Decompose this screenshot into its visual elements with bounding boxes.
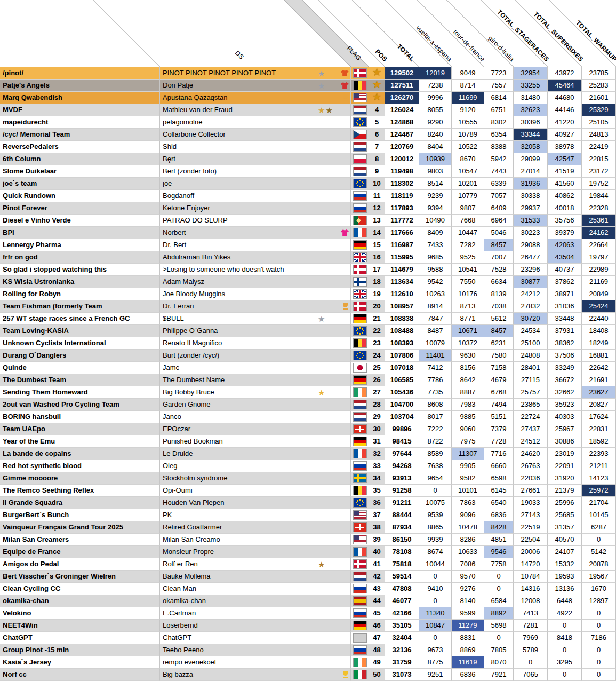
ds-name-cell[interactable]: Punished Bookman	[160, 435, 316, 448]
team-name-cell[interactable]: 257 WT stage races since a French GC	[0, 313, 160, 325]
score-cell-supersixes[interactable]: 40018	[548, 202, 582, 215]
score-cell-warmup[interactable]: 20827	[582, 399, 616, 411]
total-cell[interactable]: 116987	[385, 239, 419, 251]
ds-name-cell[interactable]: Big Bobby Bruce	[160, 386, 316, 399]
total-cell[interactable]: 107018	[385, 362, 419, 374]
ds-name-cell[interactable]: Milan San Creamo	[160, 534, 316, 546]
pos-cell[interactable]: 13	[369, 215, 385, 227]
team-name-cell[interactable]: BORING hansbull	[0, 411, 160, 423]
score-cell-vuelta[interactable]: 7735	[419, 386, 452, 399]
awards-cell[interactable]	[316, 251, 351, 264]
ds-name-cell[interactable]: Apustana Qazaqstan	[160, 92, 316, 104]
team-name-cell[interactable]: frfr on god	[0, 251, 160, 264]
total-cell[interactable]: 127511	[385, 80, 419, 92]
pos-cell[interactable]: 43	[369, 583, 385, 595]
score-cell-supersixes[interactable]: 24107	[548, 546, 582, 558]
score-cell-giro[interactable]: 7921	[484, 669, 514, 681]
score-cell-supersixes[interactable]: 44680	[548, 92, 582, 104]
score-cell-supersixes[interactable]: 33448	[548, 313, 582, 325]
score-cell-tour[interactable]: 9049	[452, 67, 484, 80]
score-cell-giro[interactable]: 7758	[484, 558, 514, 571]
team-name-cell[interactable]: Diesel e Vinho Verde	[0, 215, 160, 227]
flag-cell[interactable]	[351, 521, 369, 534]
score-cell-warmup[interactable]: 22393	[582, 448, 616, 460]
score-cell-warmup[interactable]: 22815	[582, 153, 616, 165]
score-cell-stageraces[interactable]: 29937	[514, 202, 548, 215]
pos-cell[interactable]: 8	[369, 153, 385, 165]
score-cell-supersixes[interactable]: 43504	[548, 251, 582, 264]
flag-cell[interactable]	[351, 374, 369, 386]
score-cell-giro[interactable]: 5698	[484, 620, 514, 632]
ds-name-cell[interactable]: Big bazza	[160, 669, 316, 681]
ds-name-cell[interactable]: pelagomolne	[160, 116, 316, 129]
total-cell[interactable]: 115995	[385, 251, 419, 264]
awards-cell[interactable]	[316, 165, 351, 178]
score-cell-warmup[interactable]: 25424	[582, 300, 616, 313]
awards-cell[interactable]	[316, 239, 351, 251]
score-cell-giro[interactable]: 7007	[484, 251, 514, 264]
ds-name-cell[interactable]: Bogdanoff	[160, 190, 316, 202]
score-cell-vuelta[interactable]: 11401	[419, 350, 452, 362]
ds-name-cell[interactable]: PINOT PINOT PINOT PINOT PINOT	[160, 67, 316, 80]
score-cell-tour[interactable]: 11279	[452, 620, 484, 632]
score-cell-vuelta[interactable]: 9539	[419, 509, 452, 521]
score-cell-vuelta[interactable]: 0	[419, 595, 452, 607]
score-cell-vuelta[interactable]: 7222	[419, 423, 452, 435]
flag-cell[interactable]	[351, 92, 369, 104]
team-name-cell[interactable]: mapeidurecht	[0, 116, 160, 129]
score-cell-warmup[interactable]: 18592	[582, 435, 616, 448]
flag-cell[interactable]	[351, 411, 369, 423]
pos-cell[interactable]: 44	[369, 595, 385, 607]
flag-cell[interactable]	[351, 300, 369, 313]
pos-cell[interactable]: 19	[369, 288, 385, 300]
awards-cell[interactable]	[316, 423, 351, 435]
score-cell-warmup[interactable]: 5142	[582, 546, 616, 558]
score-cell-supersixes[interactable]: 44146	[548, 104, 582, 116]
total-cell[interactable]: 104700	[385, 399, 419, 411]
team-name-cell[interactable]: Lennergy Pharma	[0, 239, 160, 251]
ds-name-cell[interactable]: EPOczar	[160, 423, 316, 435]
awards-cell[interactable]	[316, 448, 351, 460]
awards-cell[interactable]	[316, 632, 351, 644]
score-cell-vuelta[interactable]: 8055	[419, 104, 452, 116]
score-cell-supersixes[interactable]: 0	[548, 620, 582, 632]
score-cell-warmup[interactable]: 25105	[582, 116, 616, 129]
score-cell-giro[interactable]: 7557	[484, 80, 514, 92]
score-cell-stageraces[interactable]: 7065	[514, 669, 548, 681]
score-cell-stageraces[interactable]: 27832	[514, 300, 548, 313]
score-cell-tour[interactable]: 10201	[452, 178, 484, 190]
ds-name-cell[interactable]: Philippe O`Ganna	[160, 325, 316, 337]
score-cell-supersixes[interactable]: 41560	[548, 178, 582, 190]
ds-name-cell[interactable]: Joe Bloody Muggins	[160, 288, 316, 300]
pos-cell[interactable]: 17	[369, 264, 385, 276]
score-cell-warmup[interactable]: 17624	[582, 411, 616, 423]
score-cell-warmup[interactable]: 25329	[582, 104, 616, 116]
flag-cell[interactable]	[351, 485, 369, 497]
score-cell-supersixes[interactable]: 37862	[548, 276, 582, 288]
score-cell-stageraces[interactable]: 25757	[514, 386, 548, 399]
score-cell-vuelta[interactable]: 7638	[419, 460, 452, 472]
team-name-cell[interactable]: The Remco Seething Reflex	[0, 485, 160, 497]
score-cell-tour[interactable]: 9582	[452, 472, 484, 485]
score-cell-warmup[interactable]: 23172	[582, 165, 616, 178]
total-cell[interactable]: 124467	[385, 129, 419, 141]
awards-cell[interactable]	[316, 595, 351, 607]
pos-cell[interactable]: 39	[369, 534, 385, 546]
score-cell-tour[interactable]: 11699	[452, 92, 484, 104]
score-cell-stageraces[interactable]: 30720	[514, 313, 548, 325]
awards-cell[interactable]: ★	[316, 558, 351, 571]
total-cell[interactable]: 46077	[385, 595, 419, 607]
awards-cell[interactable]: ★	[316, 386, 351, 399]
ds-name-cell[interactable]: Dr. Ferrari	[160, 300, 316, 313]
score-cell-warmup[interactable]: 1670	[582, 583, 616, 595]
score-cell-vuelta[interactable]: 11340	[419, 607, 452, 620]
ds-name-cell[interactable]: Houden Van Piepen	[160, 497, 316, 509]
team-name-cell[interactable]: MVDF	[0, 104, 160, 116]
score-cell-warmup[interactable]: 25283	[582, 80, 616, 92]
team-name-cell[interactable]: Milan San Creamers	[0, 534, 160, 546]
score-cell-vuelta[interactable]: 8514	[419, 178, 452, 190]
score-cell-tour[interactable]: 7086	[452, 558, 484, 571]
score-cell-vuelta[interactable]: 0	[419, 571, 452, 583]
flag-cell[interactable]	[351, 571, 369, 583]
score-cell-stageraces[interactable]: 32058	[514, 141, 548, 153]
